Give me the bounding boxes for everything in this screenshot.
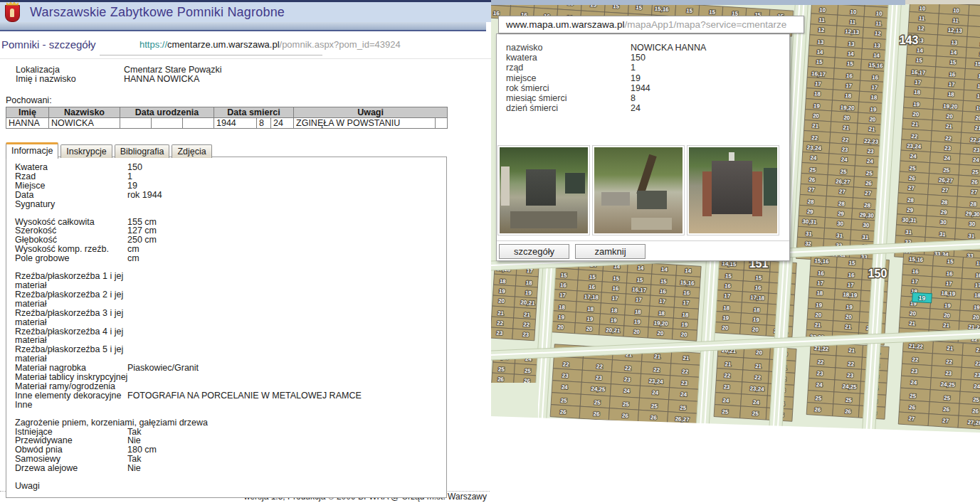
tab-informacje[interactable]: Informacje	[6, 142, 58, 159]
tab-bibliografia[interactable]: Bibliografia	[115, 144, 170, 158]
svg-text:11: 11	[875, 20, 882, 27]
svg-text:18: 18	[976, 92, 980, 100]
svg-text:26: 26	[943, 406, 950, 413]
svg-text:14,15: 14,15	[722, 260, 737, 268]
svg-text:17: 17	[974, 282, 980, 289]
svg-text:24: 24	[910, 379, 917, 386]
svg-text:24: 24	[623, 388, 631, 395]
cemetery-section[interactable]: 21,2222232425262721222324,25252627212223…	[898, 339, 980, 429]
svg-text:18: 18	[723, 305, 730, 312]
svg-text:23: 23	[911, 368, 918, 375]
close-button[interactable]: zamknij	[575, 244, 646, 259]
svg-text:24: 24	[973, 157, 980, 164]
svg-text:17,18: 17,18	[584, 293, 599, 300]
buried-table-row: HANNANOWICKA1944824ZGINĘŁA W POWSTANIU	[6, 118, 448, 129]
svg-text:19: 19	[870, 106, 877, 113]
photo-shape	[752, 171, 762, 216]
svg-text:21: 21	[909, 320, 916, 327]
grave-photo-1[interactable]	[497, 145, 590, 235]
photo-shape	[764, 168, 777, 206]
detail-label: Rzeźba/płaskorzeźba 3 i jej materiał	[15, 309, 127, 327]
svg-text:21: 21	[654, 353, 661, 360]
svg-text:30: 30	[863, 222, 870, 229]
svg-text:16: 16	[912, 268, 919, 275]
svg-text:30: 30	[969, 221, 976, 228]
detail-row: Drzewa alejoweNie	[6, 464, 446, 473]
svg-text:30,31: 30,31	[802, 218, 817, 226]
svg-text:22: 22	[975, 360, 980, 367]
svg-text:27,28: 27,28	[967, 419, 980, 426]
cemetery-section[interactable]: 17,1818192021222317181920,21212223	[491, 263, 539, 341]
detail-label: Pole grobowe	[15, 254, 127, 263]
monument-meta: LokalizacjaCmentarz Stare Powązki Imię i…	[16, 65, 491, 84]
svg-text:15: 15	[848, 260, 855, 267]
svg-text:20: 20	[973, 314, 980, 321]
svg-text:22: 22	[912, 356, 919, 364]
photo-shape	[526, 169, 556, 206]
svg-text:18: 18	[559, 304, 566, 311]
detail-row: Rzeźba/płaskorzeźba 4 i jej materiał	[6, 327, 446, 346]
col-imie: Imię	[6, 107, 49, 118]
detail-row: Wysokość całkowita155 cm	[6, 218, 446, 227]
svg-text:20: 20	[845, 314, 853, 321]
svg-text:25: 25	[623, 401, 630, 408]
svg-text:18: 18	[587, 306, 594, 313]
svg-text:21: 21	[524, 312, 531, 319]
svg-text:22: 22	[523, 322, 530, 329]
svg-text:15: 15	[916, 57, 923, 64]
map-address-bar[interactable]: www.mapa.um.warszawa.pl/mapaApp1/mapa?se…	[498, 16, 804, 33]
grave-info-popup: nazwiskoNOWICKA HANNAkwatera150rząd1miej…	[496, 33, 790, 261]
svg-text:14: 14	[873, 52, 880, 59]
selected-grave-highlight[interactable]: 19	[912, 292, 932, 303]
svg-text:18: 18	[914, 89, 921, 96]
cemetery-section[interactable]: 14,1515161718192014151617,18181920141516…	[550, 258, 701, 341]
svg-text:21: 21	[868, 126, 875, 133]
svg-text:26: 26	[972, 408, 979, 415]
svg-text:23: 23	[522, 332, 529, 339]
svg-text:18: 18	[753, 307, 760, 314]
photo-shape	[729, 152, 735, 161]
svg-text:20: 20	[752, 327, 759, 334]
details-button[interactable]: szczegóły	[499, 244, 569, 259]
tab-inskrypcje[interactable]: Inskrypcje	[60, 144, 112, 158]
svg-text:17: 17	[845, 83, 853, 90]
svg-text:15,16: 15,16	[868, 62, 883, 69]
svg-text:25: 25	[944, 395, 951, 402]
buried-cell-4	[183, 118, 214, 129]
svg-text:21: 21	[976, 347, 980, 354]
informacje-panel: Kwatera150Rzad1Miejsce19Datarok 1944Sygn…	[6, 157, 447, 498]
section-label-150: 150	[868, 268, 887, 280]
svg-text:15: 15	[847, 60, 854, 68]
svg-text:20: 20	[975, 115, 980, 122]
svg-text:22,23: 22,23	[970, 137, 980, 144]
cemetery-map-application[interactable]: 15,161615161516151615161516,17151615,161…	[491, 0, 980, 503]
svg-text:15: 15	[613, 275, 620, 282]
svg-text:25: 25	[815, 395, 822, 402]
grave-photo-3[interactable]	[687, 145, 779, 235]
svg-text:21: 21	[845, 324, 852, 331]
page-url-link[interactable]: https://cmentarze.um.warszawa.pl/pomnik.…	[139, 39, 401, 50]
detail-value: 19	[127, 181, 137, 191]
popup-field-label: miesiąc śmierci	[506, 93, 631, 103]
svg-text:16: 16	[846, 73, 853, 80]
detail-row: Obwód pnia180 cm	[6, 445, 446, 455]
svg-text:24: 24	[816, 381, 823, 388]
tab-zdjecia[interactable]: Zdjęcia	[172, 144, 211, 158]
svg-text:25: 25	[680, 405, 687, 412]
svg-text:18: 18	[611, 307, 618, 314]
svg-text:26: 26	[808, 176, 816, 184]
detail-row: Rzeźba/płaskorzeźba 5 i jej materiał	[6, 345, 446, 364]
svg-text:21: 21	[725, 361, 732, 368]
detail-label: Rzeźba/płaskorzeźba 1 i jej materiał	[15, 272, 127, 290]
buried-cell-9	[436, 118, 448, 129]
detail-label: Miejsce	[15, 181, 127, 191]
name-label: Imię i nazwisko	[16, 75, 124, 84]
svg-text:28: 28	[907, 197, 915, 204]
svg-text:10: 10	[850, 9, 857, 16]
svg-text:18: 18	[500, 278, 507, 285]
grave-photo-2[interactable]	[592, 145, 685, 235]
svg-text:21: 21	[814, 322, 821, 329]
svg-text:16,17: 16,17	[811, 70, 826, 78]
svg-text:10: 10	[875, 10, 882, 17]
svg-text:21: 21	[843, 125, 850, 132]
